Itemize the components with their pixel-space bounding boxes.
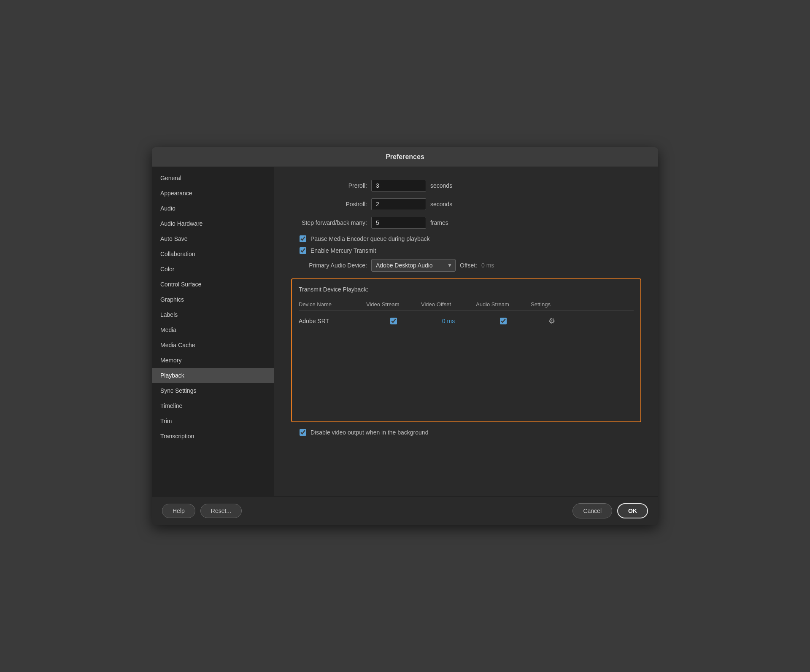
sidebar-item-media-cache[interactable]: Media Cache [152, 337, 274, 353]
preferences-dialog: Preferences GeneralAppearanceAudioAudio … [152, 147, 658, 525]
sidebar-item-audio-hardware[interactable]: Audio Hardware [152, 216, 274, 231]
disable-video-label: Disable video output when in the backgro… [310, 429, 428, 436]
primary-audio-row: Primary Audio Device: Adobe Desktop Audi… [291, 259, 641, 272]
pause-encoder-label: Pause Media Encoder queue during playbac… [310, 235, 430, 242]
settings-cell: ⚙ [531, 316, 573, 326]
col-settings: Settings [531, 301, 573, 308]
postroll-row: Postroll: seconds [291, 198, 641, 210]
audio-stream-cell [476, 318, 531, 324]
offset-value: 0 ms [481, 262, 494, 269]
postroll-label: Postroll: [291, 201, 367, 208]
enable-transmit-label: Enable Mercury Transmit [310, 247, 376, 254]
col-audio-stream: Audio Stream [476, 301, 531, 308]
sidebar-item-memory[interactable]: Memory [152, 353, 274, 368]
device-name-cell: Adobe SRT [299, 318, 366, 324]
sidebar-item-appearance[interactable]: Appearance [152, 186, 274, 201]
sidebar-item-control-surface[interactable]: Control Surface [152, 277, 274, 292]
transmit-empty-area [299, 330, 634, 415]
pause-encoder-checkbox[interactable] [300, 235, 306, 242]
step-row: Step forward/back many: frames [291, 217, 641, 229]
offset-label: Offset: [460, 262, 477, 269]
sidebar-item-auto-save[interactable]: Auto Save [152, 231, 274, 246]
sidebar-item-graphics[interactable]: Graphics [152, 292, 274, 307]
sidebar-item-audio[interactable]: Audio [152, 201, 274, 216]
reset-button[interactable]: Reset... [200, 504, 242, 518]
preroll-unit: seconds [430, 182, 452, 189]
sidebar-item-media[interactable]: Media [152, 322, 274, 337]
primary-audio-select-wrapper: Adobe Desktop Audio ▼ [371, 259, 456, 272]
sidebar-item-timeline[interactable]: Timeline [152, 398, 274, 413]
video-stream-checkbox[interactable] [390, 318, 397, 324]
footer-right: Cancel OK [572, 503, 648, 518]
content-area: Preroll: seconds Postroll: seconds Step … [274, 167, 658, 496]
pause-encoder-row: Pause Media Encoder queue during playbac… [300, 235, 641, 242]
main-content: GeneralAppearanceAudioAudio HardwareAuto… [152, 167, 658, 496]
primary-audio-label: Primary Audio Device: [291, 262, 367, 269]
col-device-name: Device Name [299, 301, 366, 308]
primary-audio-select[interactable]: Adobe Desktop Audio [371, 259, 456, 272]
sidebar-item-transcription[interactable]: Transcription [152, 429, 274, 444]
transmit-title: Transmit Device Playback: [299, 286, 634, 293]
sidebar-item-color[interactable]: Color [152, 262, 274, 277]
disable-video-checkbox[interactable] [300, 429, 306, 436]
help-button[interactable]: Help [162, 504, 195, 518]
video-stream-cell [366, 318, 421, 324]
sidebar-item-collaboration[interactable]: Collaboration [152, 246, 274, 262]
sidebar-item-general[interactable]: General [152, 170, 274, 186]
audio-stream-checkbox[interactable] [500, 318, 507, 324]
postroll-unit: seconds [430, 201, 452, 208]
disable-video-row: Disable video output when in the backgro… [300, 429, 641, 436]
sidebar-item-sync-settings[interactable]: Sync Settings [152, 383, 274, 398]
footer-left: Help Reset... [162, 504, 242, 518]
footer: Help Reset... Cancel OK [152, 496, 658, 525]
preroll-row: Preroll: seconds [291, 180, 641, 192]
col-video-stream: Video Stream [366, 301, 421, 308]
transmit-device-box: Transmit Device Playback: Device Name Vi… [291, 278, 641, 422]
step-input[interactable] [371, 217, 426, 229]
transmit-table-header: Device Name Video Stream Video Offset Au… [299, 299, 634, 310]
ok-button[interactable]: OK [617, 503, 648, 518]
sidebar-item-playback[interactable]: Playback [152, 368, 274, 383]
enable-transmit-checkbox[interactable] [300, 247, 306, 254]
dialog-title: Preferences [152, 147, 658, 167]
sidebar: GeneralAppearanceAudioAudio HardwareAuto… [152, 167, 274, 496]
col-video-offset: Video Offset [421, 301, 476, 308]
table-row: Adobe SRT 0 ms ⚙ [299, 312, 634, 330]
step-unit: frames [430, 219, 448, 226]
sidebar-item-trim[interactable]: Trim [152, 413, 274, 429]
video-offset-cell: 0 ms [421, 318, 476, 324]
step-label: Step forward/back many: [291, 219, 367, 226]
preroll-label: Preroll: [291, 182, 367, 189]
cancel-button[interactable]: Cancel [572, 503, 612, 518]
video-offset-value: 0 ms [442, 318, 455, 324]
gear-icon[interactable]: ⚙ [548, 316, 555, 326]
enable-transmit-row: Enable Mercury Transmit [300, 247, 641, 254]
sidebar-item-labels[interactable]: Labels [152, 307, 274, 322]
preroll-input[interactable] [371, 180, 426, 192]
postroll-input[interactable] [371, 198, 426, 210]
